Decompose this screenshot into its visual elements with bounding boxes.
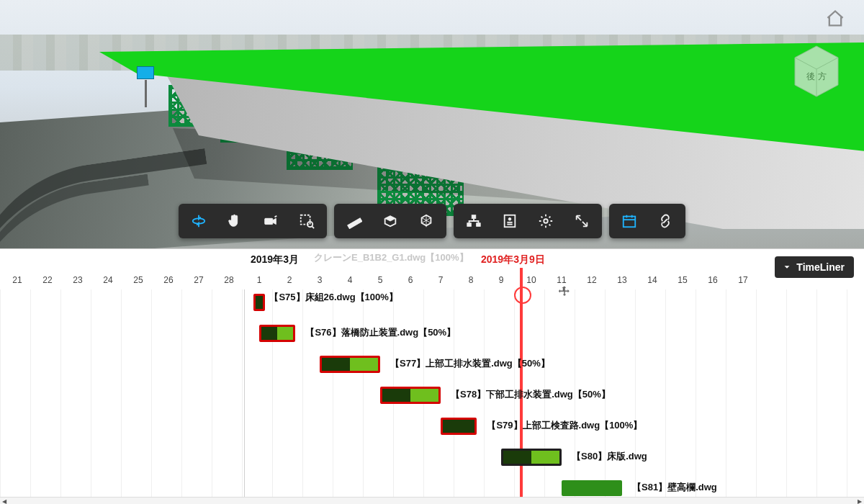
timeliner-panel: クレーンE_B1B2_G1.dwg【100%】 2019年3月 2019年3月9…: [0, 248, 864, 504]
task-row: 【S77】上部工排水装置.dwg【50%】: [0, 351, 864, 379]
task-bar[interactable]: [253, 294, 266, 311]
tool-group-panels: [454, 204, 602, 238]
timeliner-toggle-label: TimeLiner: [796, 261, 845, 273]
timeliner-button[interactable]: [612, 207, 647, 235]
link-button[interactable]: [648, 207, 683, 235]
current-date-label: 2019年3月9日: [481, 253, 545, 266]
month-label: 2019年3月: [251, 253, 299, 266]
day-tick: 14: [647, 275, 657, 285]
task-label: 【S75】床組26.dwg【100%】: [269, 291, 397, 304]
day-tick: 22: [42, 275, 52, 285]
day-tick: 23: [73, 275, 82, 285]
day-tick: 27: [194, 275, 203, 285]
day-tick: 2: [287, 275, 292, 285]
pan-button[interactable]: [217, 207, 252, 235]
fit-button[interactable]: [289, 207, 324, 235]
svg-rect-11: [505, 215, 516, 228]
day-tick: 13: [617, 275, 626, 285]
horizontal-scrollbar[interactable]: ◀ ▶: [0, 497, 864, 504]
day-tick: 6: [408, 275, 413, 285]
task-bar[interactable]: [259, 325, 295, 342]
day-tick: 3: [318, 275, 323, 285]
camera-button[interactable]: [253, 207, 288, 235]
task-label: 【S77】上部工排水装置.dwg【50%】: [390, 357, 550, 370]
day-tick: 25: [133, 275, 143, 285]
svg-point-12: [508, 217, 511, 220]
task-row: 【S79】上部工検査路.dwg【100%】: [0, 413, 864, 441]
tool-group-inspect: [334, 204, 446, 238]
day-tick: 12: [587, 275, 596, 285]
day-tick: 1: [257, 275, 262, 285]
task-row: 【S76】落橋防止装置.dwg【50%】: [0, 320, 864, 348]
day-tick: 8: [469, 275, 474, 285]
viewcube[interactable]: 後 方: [782, 37, 851, 102]
viewer-toolbar: [179, 204, 685, 238]
scroll-left-arrow[interactable]: ◀: [0, 498, 9, 504]
day-tick: 26: [163, 275, 173, 285]
svg-rect-9: [467, 223, 472, 227]
svg-rect-10: [477, 223, 481, 227]
task-bar[interactable]: [380, 387, 441, 404]
fullscreen-button[interactable]: [564, 207, 599, 235]
task-row: 【S80】床版.dwg: [0, 444, 864, 472]
task-label: 【S80】床版.dwg: [572, 450, 647, 463]
task-bar[interactable]: [320, 356, 380, 373]
day-tick: 9: [499, 275, 504, 285]
tool-group-nav: [179, 204, 327, 238]
task-bar[interactable]: [501, 449, 562, 466]
day-tick: 7: [438, 275, 444, 285]
svg-rect-16: [624, 217, 636, 228]
chevron-down-icon: [782, 262, 792, 272]
task-label: 【S76】落橋防止装置.dwg【50%】: [305, 326, 456, 339]
section-button[interactable]: [373, 207, 408, 235]
info-sign: [137, 66, 154, 79]
svg-line-6: [312, 226, 314, 228]
svg-rect-7: [348, 218, 362, 229]
settings-button[interactable]: [528, 207, 563, 235]
task-row: 【S75】床組26.dwg【100%】: [0, 289, 864, 317]
day-tick: 15: [678, 275, 687, 285]
day-scale: 2122232425262728123456789101112131415161…: [0, 275, 864, 291]
task-label: 【S78】下部工排水装置.dwg【50%】: [451, 388, 611, 401]
tool-group-ext: [609, 204, 685, 238]
day-tick: 28: [224, 275, 233, 285]
scroll-right-arrow[interactable]: ▶: [855, 498, 864, 504]
day-tick: 21: [12, 275, 22, 285]
viewport-3d[interactable]: 後 方: [0, 0, 864, 248]
day-tick: 11: [557, 275, 566, 285]
svg-rect-4: [301, 215, 310, 225]
measure-button[interactable]: [337, 207, 372, 235]
day-tick: 5: [378, 275, 383, 285]
home-icon: [825, 9, 845, 29]
structure-button[interactable]: [456, 207, 491, 235]
orbit-button[interactable]: [181, 207, 216, 235]
ghost-task-label: クレーンE_B1B2_G1.dwg【100%】: [314, 251, 469, 264]
svg-rect-3: [265, 218, 273, 224]
task-row: 【S78】下部工排水装置.dwg【50%】: [0, 382, 864, 410]
day-tick: 17: [738, 275, 747, 285]
svg-rect-8: [472, 215, 476, 219]
day-tick: 4: [348, 275, 353, 285]
task-bar[interactable]: [441, 418, 477, 435]
svg-point-15: [544, 219, 548, 223]
properties-button[interactable]: [492, 207, 527, 235]
task-label: 【S81】壁高欄.dwg: [632, 481, 717, 494]
day-tick: 10: [526, 275, 536, 285]
explode-button[interactable]: [409, 207, 444, 235]
viewcube-face-label: 後 方: [806, 71, 826, 81]
task-label: 【S79】上部工検査路.dwg【100%】: [487, 419, 642, 432]
day-tick: 16: [708, 275, 717, 285]
task-bar[interactable]: [562, 480, 622, 496]
day-tick: 24: [103, 275, 112, 285]
home-button[interactable]: [825, 9, 845, 29]
